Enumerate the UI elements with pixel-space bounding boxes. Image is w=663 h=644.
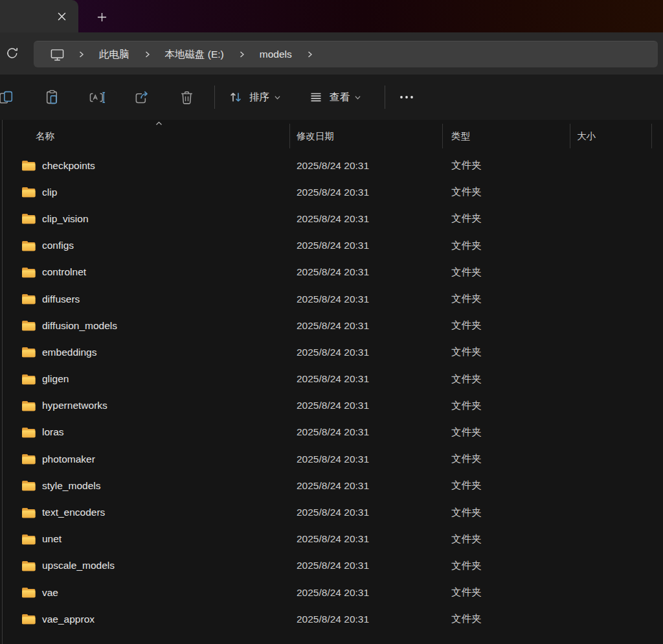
modified-date: 2025/8/24 20:31: [290, 533, 443, 545]
table-row[interactable]: loras 2025/8/24 20:31 文件夹: [0, 419, 663, 446]
folder-icon: [21, 346, 36, 358]
folder-name: controlnet: [42, 266, 86, 278]
paste-button[interactable]: [37, 83, 67, 111]
folder-icon: [21, 533, 36, 546]
command-toolbar: 排序 查看: [0, 75, 663, 120]
table-row[interactable]: vae_approx 2025/8/24 20:31 文件夹: [0, 606, 663, 632]
folder-icon: [21, 213, 36, 225]
column-header-size[interactable]: 大小: [570, 124, 652, 148]
folder-icon: [21, 293, 36, 305]
plus-icon: [97, 12, 107, 22]
ellipsis-icon: [398, 89, 415, 105]
table-row[interactable]: hypernetworks 2025/8/24 20:31 文件夹: [0, 393, 663, 419]
modified-date: 2025/8/24 20:31: [290, 587, 443, 599]
view-label: 查看: [330, 91, 350, 104]
folder-name: embeddings: [42, 347, 96, 358]
table-row[interactable]: photomaker 2025/8/24 20:31 文件夹: [0, 446, 663, 472]
breadcrumb-chevron-icon[interactable]: [131, 51, 164, 58]
view-list-icon: [308, 89, 324, 105]
rename-icon: [89, 89, 106, 106]
column-header-name[interactable]: 名称: [0, 124, 290, 148]
table-row[interactable]: checkpoints 2025/8/24 20:31 文件夹: [0, 152, 663, 179]
item-type: 文件夹: [443, 212, 570, 225]
modified-date: 2025/8/24 20:31: [290, 266, 443, 278]
this-pc-icon[interactable]: [50, 48, 65, 62]
navigation-row: 此电脑 本地磁盘 (E:) models: [0, 32, 663, 75]
folder-name: text_encoders: [42, 507, 105, 518]
folder-name: diffusers: [42, 293, 80, 305]
tab-close-button[interactable]: [52, 7, 71, 25]
folder-icon: [21, 373, 36, 385]
modified-date: 2025/8/24 20:31: [290, 213, 443, 225]
sort-icon: [228, 89, 243, 105]
view-button[interactable]: 查看: [304, 83, 365, 111]
item-type: 文件夹: [443, 506, 570, 520]
modified-date: 2025/8/24 20:31: [290, 347, 443, 358]
breadcrumb-models[interactable]: models: [258, 49, 293, 60]
folder-icon: [21, 586, 36, 599]
table-row[interactable]: unet 2025/8/24 20:31 文件夹: [0, 526, 663, 553]
refresh-button[interactable]: [1, 42, 23, 64]
chevron-down-icon: [274, 95, 281, 100]
table-row[interactable]: controlnet 2025/8/24 20:31 文件夹: [0, 259, 663, 286]
modified-date: 2025/8/24 20:31: [290, 187, 443, 198]
modified-date: 2025/8/24 20:31: [290, 560, 443, 571]
modified-date: 2025/8/24 20:31: [290, 240, 443, 251]
table-row[interactable]: diffusion_models 2025/8/24 20:31 文件夹: [0, 312, 663, 339]
rename-button[interactable]: [82, 83, 112, 111]
folder-name: vae_approx: [42, 614, 95, 625]
folder-name: loras: [42, 426, 64, 438]
table-row[interactable]: diffusers 2025/8/24 20:31 文件夹: [0, 286, 663, 312]
modified-date: 2025/8/24 20:31: [290, 614, 443, 625]
folder-name: style_models: [42, 480, 100, 492]
table-row[interactable]: configs 2025/8/24 20:31 文件夹: [0, 233, 663, 259]
table-row[interactable]: vae 2025/8/24 20:31 文件夹: [0, 579, 663, 606]
modified-date: 2025/8/24 20:31: [290, 373, 443, 385]
folder-name: diffusion_models: [42, 320, 117, 332]
folder-icon: [21, 266, 36, 279]
breadcrumb-this-pc[interactable]: 此电脑: [98, 48, 131, 62]
folder-icon: [21, 479, 36, 492]
modified-date: 2025/8/24 20:31: [290, 160, 443, 172]
folder-icon: [21, 453, 36, 465]
more-options-button[interactable]: [392, 83, 421, 111]
folder-name: checkpoints: [42, 160, 95, 172]
modified-date: 2025/8/24 20:31: [290, 426, 443, 438]
modified-date: 2025/8/24 20:31: [290, 507, 443, 518]
item-type: 文件夹: [443, 426, 570, 439]
sort-label: 排序: [249, 91, 269, 104]
copy-button[interactable]: [0, 83, 21, 111]
table-row[interactable]: gligen 2025/8/24 20:31 文件夹: [0, 366, 663, 393]
table-row[interactable]: upscale_models 2025/8/24 20:31 文件夹: [0, 553, 663, 579]
folder-name: gligen: [42, 373, 69, 385]
share-button[interactable]: [126, 83, 156, 111]
delete-button[interactable]: [172, 83, 201, 111]
modified-date: 2025/8/24 20:31: [290, 480, 443, 492]
column-header-modified[interactable]: 修改日期: [290, 124, 443, 148]
item-type: 文件夹: [443, 479, 570, 492]
folder-name: vae: [42, 587, 58, 599]
address-bar[interactable]: 此电脑 本地磁盘 (E:) models: [34, 41, 658, 67]
breadcrumb-local-disk-e[interactable]: 本地磁盘 (E:): [164, 48, 225, 62]
explorer-tab[interactable]: [0, 0, 78, 32]
chevron-down-icon: [354, 95, 361, 100]
item-type: 文件夹: [443, 266, 570, 279]
column-header-type[interactable]: 类型: [443, 124, 570, 148]
new-tab-button[interactable]: [92, 8, 111, 26]
item-type: 文件夹: [443, 612, 570, 626]
breadcrumb-chevron-icon[interactable]: [225, 51, 258, 58]
toolbar-separator: [385, 86, 385, 109]
breadcrumb-chevron-icon[interactable]: [293, 51, 326, 58]
toolbar-separator: [214, 86, 215, 109]
trash-icon: [179, 89, 195, 106]
breadcrumb-chevron-icon[interactable]: [65, 51, 98, 58]
table-row[interactable]: embeddings 2025/8/24 20:31 文件夹: [0, 339, 663, 365]
table-row[interactable]: clip 2025/8/24 20:31 文件夹: [0, 179, 663, 205]
refresh-icon: [5, 46, 19, 60]
table-row[interactable]: style_models 2025/8/24 20:31 文件夹: [0, 472, 663, 499]
item-type: 文件夹: [443, 559, 570, 573]
table-row[interactable]: text_encoders 2025/8/24 20:31 文件夹: [0, 499, 663, 525]
table-row[interactable]: clip_vision 2025/8/24 20:31 文件夹: [0, 205, 663, 232]
sort-button[interactable]: 排序: [224, 83, 285, 111]
item-type: 文件夹: [443, 399, 570, 413]
